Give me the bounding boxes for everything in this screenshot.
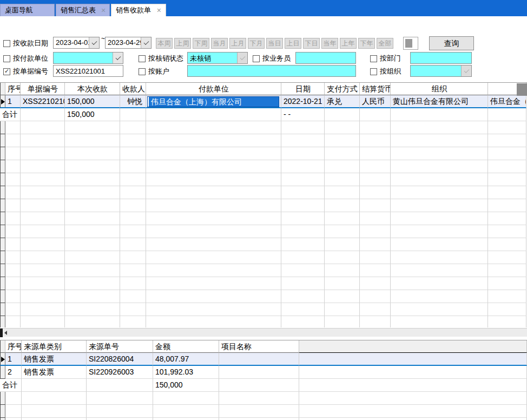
table-cell[interactable] bbox=[360, 186, 391, 199]
table-cell[interactable] bbox=[21, 121, 65, 134]
table-cell[interactable] bbox=[146, 238, 281, 251]
empty-row[interactable] bbox=[0, 303, 527, 316]
table-cell[interactable] bbox=[146, 147, 281, 160]
table-cell[interactable] bbox=[391, 264, 488, 277]
table-cell[interactable] bbox=[391, 238, 488, 251]
table-cell[interactable] bbox=[299, 379, 527, 392]
checkbox-icon[interactable]: ✓ bbox=[3, 68, 10, 75]
date-extra-box[interactable] bbox=[403, 37, 418, 50]
table-cell[interactable]: 合计 bbox=[0, 108, 21, 121]
table-cell[interactable] bbox=[360, 212, 391, 225]
table-cell[interactable] bbox=[146, 108, 281, 121]
table-row[interactable]: 1销售发票SI22082600448,007.97 bbox=[0, 353, 527, 366]
row-header[interactable] bbox=[0, 290, 5, 303]
table-cell[interactable] bbox=[21, 212, 65, 225]
table-cell[interactable] bbox=[87, 392, 153, 405]
filter-by-org-checkbox[interactable]: ✓ 按组织 bbox=[370, 65, 401, 77]
table-cell[interactable] bbox=[360, 316, 391, 327]
row-header[interactable] bbox=[0, 251, 5, 264]
table-cell[interactable] bbox=[488, 225, 526, 238]
table-cell[interactable] bbox=[325, 264, 360, 277]
row-header[interactable] bbox=[0, 147, 5, 160]
column-header[interactable]: 来源单号 bbox=[87, 340, 153, 353]
table-cell[interactable] bbox=[21, 160, 65, 173]
checkbox-icon[interactable]: ✓ bbox=[3, 40, 10, 47]
column-header[interactable]: 来源单类别 bbox=[22, 340, 87, 353]
table-cell[interactable] bbox=[281, 251, 325, 264]
table-cell[interactable]: 1 bbox=[5, 95, 21, 108]
table-cell[interactable] bbox=[65, 225, 120, 238]
table-cell[interactable] bbox=[488, 199, 526, 212]
table-cell[interactable] bbox=[488, 147, 526, 160]
table-cell[interactable] bbox=[120, 251, 146, 264]
table-cell[interactable] bbox=[281, 199, 325, 212]
table-cell[interactable] bbox=[120, 303, 146, 316]
table-cell[interactable] bbox=[5, 264, 21, 277]
table-cell[interactable] bbox=[360, 251, 391, 264]
table-cell[interactable] bbox=[488, 186, 526, 199]
row-header[interactable] bbox=[0, 173, 5, 186]
table-cell[interactable] bbox=[325, 108, 360, 121]
table-cell[interactable] bbox=[21, 134, 65, 147]
table-cell[interactable] bbox=[325, 238, 360, 251]
total-row[interactable]: 合计150,000 bbox=[0, 379, 527, 392]
column-header[interactable]: 序号 bbox=[5, 340, 22, 353]
table-cell[interactable] bbox=[281, 134, 325, 147]
checkbox-icon[interactable]: ✓ bbox=[253, 55, 260, 62]
row-header[interactable] bbox=[0, 134, 5, 147]
empty-row[interactable] bbox=[0, 405, 527, 418]
table-cell[interactable] bbox=[281, 316, 325, 327]
table-cell[interactable] bbox=[281, 225, 325, 238]
empty-row[interactable] bbox=[0, 238, 527, 251]
column-header[interactable]: 序号 bbox=[5, 83, 21, 95]
empty-row[interactable] bbox=[0, 316, 527, 327]
table-cell[interactable] bbox=[65, 134, 120, 147]
table-row[interactable]: 2销售发票SI220926003101,992.03 bbox=[0, 366, 527, 379]
tab-sales-summary[interactable]: 销售汇总表 × bbox=[56, 4, 110, 16]
table-cell[interactable] bbox=[120, 212, 146, 225]
table-cell[interactable] bbox=[146, 160, 281, 173]
table-cell[interactable] bbox=[5, 392, 22, 405]
column-header[interactable]: 本次收款 bbox=[65, 83, 120, 95]
quick-date-button[interactable]: 全部 bbox=[377, 38, 393, 49]
checkbox-icon[interactable]: ✓ bbox=[139, 55, 146, 62]
table-cell[interactable] bbox=[391, 251, 488, 264]
empty-row[interactable] bbox=[0, 199, 527, 212]
table-cell[interactable] bbox=[5, 251, 21, 264]
table-cell[interactable] bbox=[21, 147, 65, 160]
table-cell[interactable] bbox=[5, 238, 21, 251]
table-cell[interactable] bbox=[5, 173, 21, 186]
table-cell[interactable] bbox=[360, 199, 391, 212]
table-cell[interactable] bbox=[488, 160, 526, 173]
table-cell[interactable] bbox=[299, 353, 527, 366]
table-cell[interactable] bbox=[360, 160, 391, 173]
checkbox-icon[interactable]: ✓ bbox=[3, 55, 10, 62]
quick-date-button[interactable]: 上日 bbox=[285, 38, 301, 49]
table-row[interactable]: 1XSS221021001150,000钟悦伟旦合金（上海）有限公司2022-1… bbox=[0, 95, 527, 108]
table-cell[interactable] bbox=[5, 134, 21, 147]
filter-by-date-checkbox[interactable]: ✓ 按收款日期 bbox=[3, 37, 48, 49]
table-cell[interactable] bbox=[488, 134, 526, 147]
table-cell[interactable]: 伟旦合金（上海）有限公司 bbox=[488, 95, 526, 108]
empty-row[interactable] bbox=[0, 121, 527, 134]
table-cell[interactable]: 150,000 bbox=[65, 95, 120, 108]
table-cell[interactable] bbox=[146, 277, 281, 290]
column-header[interactable]: 付款单位 bbox=[146, 83, 281, 95]
table-cell[interactable] bbox=[22, 392, 87, 405]
table-cell[interactable]: 人民币 bbox=[360, 95, 391, 108]
table-cell[interactable] bbox=[281, 303, 325, 316]
table-cell[interactable] bbox=[488, 121, 526, 134]
table-cell[interactable] bbox=[391, 290, 488, 303]
column-header[interactable] bbox=[299, 340, 527, 353]
table-cell[interactable] bbox=[281, 173, 325, 186]
row-header[interactable] bbox=[0, 212, 5, 225]
table-cell[interactable] bbox=[120, 264, 146, 277]
row-header[interactable] bbox=[0, 277, 5, 290]
table-cell[interactable] bbox=[146, 212, 281, 225]
table-cell[interactable] bbox=[87, 405, 153, 418]
table-cell[interactable] bbox=[21, 264, 65, 277]
table-cell[interactable] bbox=[391, 225, 488, 238]
table-cell[interactable] bbox=[120, 316, 146, 327]
table-cell[interactable] bbox=[360, 121, 391, 134]
table-cell[interactable] bbox=[325, 316, 360, 327]
